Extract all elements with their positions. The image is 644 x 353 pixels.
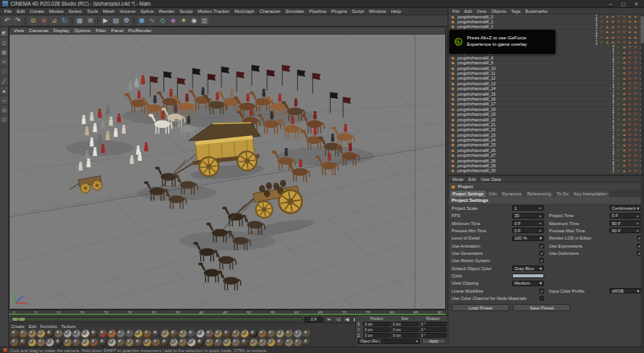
visibility-dots[interactable]	[613, 133, 615, 138]
phong-tag-icon[interactable]: ▲	[628, 14, 633, 18]
x-tag-icon[interactable]: ✕	[634, 163, 638, 168]
phong-tag-icon[interactable]: ▲	[634, 35, 638, 40]
x-tag-icon[interactable]: ✕	[634, 158, 638, 163]
linear-workflow-checkbox[interactable]: ✓	[539, 289, 544, 293]
position-y-field[interactable]: 0 cm	[363, 327, 390, 332]
scale-icon[interactable]: ⊿	[49, 16, 59, 26]
x-tag-icon[interactable]: ✕	[628, 45, 633, 50]
phong-tag-icon[interactable]: ▲	[605, 14, 610, 18]
material-sphere[interactable]	[64, 339, 72, 347]
material-sphere[interactable]	[188, 339, 196, 347]
visibility-dots[interactable]	[596, 14, 598, 19]
phong-tag-icon[interactable]: ▲	[634, 19, 638, 24]
x-tag-icon[interactable]: ✕	[628, 55, 633, 60]
snap-icon[interactable]: ⊃	[1, 116, 8, 123]
visibility-dots[interactable]	[596, 30, 598, 35]
preview-max-time-input[interactable]: 90 F◂▸	[609, 228, 642, 233]
x-tag-icon[interactable]: ✕	[634, 51, 638, 55]
material-sphere[interactable]	[294, 330, 302, 338]
x-tag-icon[interactable]: ✕	[628, 66, 633, 71]
phong-tag-icon[interactable]: ▲	[605, 19, 610, 24]
x-tag-icon[interactable]: ✕	[634, 148, 638, 153]
visibility-dots[interactable]	[613, 122, 615, 127]
polygons-mode-icon[interactable]: ▲	[1, 87, 8, 94]
editor-visibility-dot[interactable]	[613, 117, 615, 120]
model-mode-icon[interactable]: ◻	[1, 39, 8, 46]
check-tag-icon[interactable]: ✓	[617, 92, 621, 96]
previous-key-icon[interactable]: ◁	[334, 316, 342, 322]
size-z-field[interactable]: 0 cm	[391, 333, 419, 338]
material-sphere[interactable]	[161, 330, 169, 338]
check-tag-icon[interactable]: ✓	[617, 60, 621, 65]
check-tag-icon[interactable]: ✓	[617, 96, 621, 101]
menu-modes[interactable]: Modes	[47, 9, 66, 14]
x-tag-icon[interactable]: ✕	[634, 71, 638, 76]
phong-tag-icon[interactable]: ▲	[622, 55, 627, 60]
x-tag-icon[interactable]: ✕	[628, 86, 633, 91]
visibility-dots[interactable]	[613, 168, 615, 173]
x-tag-icon[interactable]: ✕	[628, 163, 633, 168]
visibility-dots[interactable]	[613, 50, 615, 55]
material-sphere[interactable]	[99, 330, 107, 338]
visibility-dots[interactable]	[613, 101, 615, 106]
phong-tag-icon[interactable]: ▲	[611, 30, 616, 35]
editor-visibility-dot[interactable]	[613, 81, 615, 84]
x-tag-icon[interactable]: ✕	[622, 14, 627, 18]
material-sphere[interactable]	[134, 330, 142, 338]
material-sphere[interactable]	[152, 330, 160, 338]
color-swatch[interactable]	[512, 273, 544, 278]
material-sphere[interactable]	[214, 339, 222, 347]
visibility-dots[interactable]	[596, 19, 598, 24]
x-tag-icon[interactable]: ✕	[617, 40, 621, 45]
render-view-icon[interactable]: ▶	[101, 16, 110, 26]
x-tag-icon[interactable]: ✕	[628, 117, 633, 122]
check-tag-icon[interactable]: ✓	[617, 86, 621, 91]
om-menu-view[interactable]: View	[475, 9, 488, 14]
visibility-dots[interactable]	[613, 66, 615, 71]
editor-visibility-dot[interactable]	[613, 71, 615, 73]
phong-tag-icon[interactable]: ▲	[628, 25, 633, 30]
rotation-y-field[interactable]: 0 °	[419, 327, 447, 332]
points-mode-icon[interactable]: ∵	[1, 68, 8, 75]
material-sphere[interactable]	[258, 339, 266, 347]
tab-referencing[interactable]: Referencing	[525, 191, 554, 197]
material-sphere[interactable]	[134, 339, 142, 347]
editor-visibility-dot[interactable]	[613, 60, 615, 63]
x-tag-icon[interactable]: ✕	[622, 35, 627, 40]
material-sphere[interactable]	[250, 330, 258, 338]
phong-tag-icon[interactable]: ▲	[622, 96, 627, 101]
material-sphere[interactable]	[117, 339, 125, 347]
editor-visibility-dot[interactable]	[596, 14, 598, 16]
x-tag-icon[interactable]: ✕	[634, 143, 638, 148]
size-y-field[interactable]: 0 cm	[391, 327, 419, 332]
visibility-dots[interactable]	[613, 60, 615, 65]
rotation-x-field[interactable]: 0 °	[419, 322, 447, 326]
visibility-dots[interactable]	[613, 112, 615, 117]
editor-visibility-dot[interactable]	[596, 30, 598, 32]
last-tool-icon[interactable]: ▦	[75, 16, 85, 26]
x-tag-icon[interactable]: ✕	[617, 25, 621, 30]
material-sphere[interactable]	[72, 339, 80, 347]
x-tag-icon[interactable]: ✕	[617, 30, 621, 35]
tab-info[interactable]: Info	[487, 191, 499, 197]
check-tag-icon[interactable]: ✓	[600, 14, 605, 18]
x-tag-icon[interactable]: ✕	[628, 51, 633, 55]
enable-axis-icon[interactable]: +	[1, 96, 8, 104]
phong-tag-icon[interactable]: ▲	[628, 35, 633, 40]
visibility-dots[interactable]	[613, 71, 615, 76]
editor-visibility-dot[interactable]	[613, 112, 615, 114]
visibility-dots[interactable]	[613, 138, 615, 142]
preview-min-time-input[interactable]: 0 F◂▸	[512, 228, 544, 233]
object-manager-scrollbar[interactable]	[641, 14, 644, 174]
material-sphere[interactable]	[81, 330, 89, 338]
position-x-field[interactable]: 0 cm	[363, 322, 390, 326]
check-tag-icon[interactable]: ✓	[617, 158, 621, 163]
x-tag-icon[interactable]: ✕	[622, 19, 627, 24]
minimize-button[interactable]: ─	[605, 1, 616, 7]
material-sphere[interactable]	[55, 339, 63, 347]
material-sphere[interactable]	[179, 330, 187, 338]
x-tag-icon[interactable]: ✕	[634, 81, 638, 86]
check-tag-icon[interactable]: ✓	[617, 51, 621, 55]
om-menu-tags[interactable]: Tags	[510, 9, 522, 14]
material-sphere[interactable]	[214, 330, 222, 338]
